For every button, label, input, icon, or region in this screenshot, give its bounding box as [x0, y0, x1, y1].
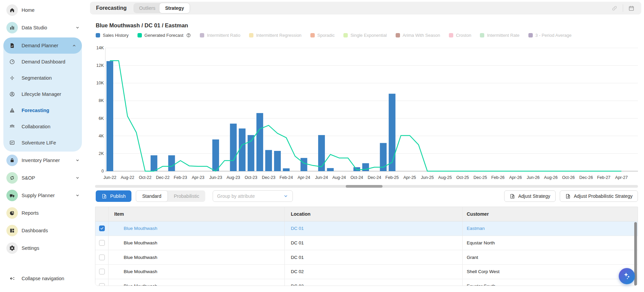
table-row[interactable]: Blue MouthwashDC 01Eastman	[95, 221, 638, 236]
bar-chart-icon	[6, 22, 18, 33]
truck-icon	[6, 190, 18, 201]
ai-assistant-fab[interactable]	[619, 268, 635, 284]
legend-item-intermittent-regression[interactable]: Intermittent Regression	[249, 33, 301, 38]
calendar-icon[interactable]	[628, 5, 635, 11]
chevron-down-icon	[75, 193, 80, 198]
svg-text:Aug-22: Aug-22	[121, 175, 134, 180]
svg-text:Oct-22: Oct-22	[139, 175, 152, 180]
table-row[interactable]: Blue MouthwashDC 01Grant	[95, 250, 638, 265]
svg-text:Jun-22: Jun-22	[103, 175, 116, 180]
row-checkbox[interactable]	[99, 240, 105, 246]
table-row[interactable]: Blue MouthwashDC 02Shell Corp West	[95, 265, 638, 279]
svg-text:0: 0	[101, 169, 104, 174]
help-circle-icon[interactable]	[186, 33, 191, 38]
mode-tab-standard[interactable]: Standard	[136, 190, 168, 202]
sidebar-item-dashboards[interactable]: Dashboards	[0, 222, 85, 239]
chart-legend: Sales HistoryGenerated ForecastIntermitt…	[96, 33, 572, 38]
svg-text:Jun-26: Jun-26	[527, 175, 540, 180]
chart-title: Blue Mouthwash / DC 01 / Eastman	[96, 22, 188, 29]
legend-item-generated-forecast[interactable]: Generated Forecast	[137, 33, 191, 38]
cell-location: DC 01	[284, 250, 462, 264]
svg-text:Feb-26: Feb-26	[491, 175, 505, 180]
collapse-navigation-button[interactable]: Collapse navigation	[0, 270, 85, 287]
svg-text:Aug-23: Aug-23	[226, 175, 240, 180]
legend-swatch	[96, 33, 100, 37]
legend-label: Generated Forecast	[145, 33, 184, 38]
table-row[interactable]: Blue MouthwashDC 03Equstar South	[95, 279, 638, 286]
row-checkbox[interactable]	[99, 283, 105, 286]
sidebar-item-label: Settings	[22, 245, 80, 251]
sparkles-icon	[622, 271, 631, 281]
cell-location: DC 01	[284, 236, 462, 250]
home-icon	[6, 4, 18, 16]
main-content: Forecasting OutliersStrategy Blue Mouthw…	[85, 0, 644, 292]
sidebar-item-settings[interactable]: Settings	[0, 239, 85, 257]
publish-button[interactable]: Publish	[96, 190, 131, 202]
column-header-item[interactable]: Item	[108, 207, 284, 221]
sidebar-item-data-studio[interactable]: Data Studio	[0, 19, 85, 36]
cell-customer: Equstar North	[462, 236, 638, 250]
sidebar-item-label: Dashboards	[22, 228, 80, 233]
chevron-down-icon	[75, 158, 80, 163]
legend-item-intermittent-rate[interactable]: Intermittent Rate	[480, 33, 519, 38]
legend-label: Single Exponential	[350, 33, 387, 38]
header-checkbox-cell	[95, 207, 108, 221]
sidebar-item-home[interactable]: Home	[0, 1, 85, 19]
column-header-customer[interactable]: Customer	[462, 207, 638, 221]
svg-text:Feb-23: Feb-23	[174, 175, 187, 180]
sidebar-item-label: Lifecycle Manager	[22, 91, 76, 97]
cell-item: Blue Mouthwash	[108, 236, 284, 250]
svg-text:8K: 8K	[99, 98, 104, 103]
svg-text:2K: 2K	[99, 151, 104, 156]
sidebar-item-forecasting[interactable]: Forecasting	[3, 102, 82, 118]
legend-item-intermittent-ratio[interactable]: Intermittent Ratio	[200, 33, 240, 38]
funnel-icon	[6, 105, 18, 116]
legend-label: Croston	[456, 33, 471, 38]
legend-item-single-exponential[interactable]: Single Exponential	[343, 33, 387, 38]
sidebar-item-reports[interactable]: Reports	[0, 204, 85, 222]
table-row[interactable]: Blue MouthwashDC 01Equstar North	[95, 236, 638, 250]
mode-tab-probabilistic[interactable]: Probabilistic	[168, 190, 205, 202]
lock-icon	[6, 155, 18, 166]
legend-item-3-period-average[interactable]: 3 - Period Average	[528, 33, 572, 38]
svg-text:Apr-26: Apr-26	[509, 175, 522, 180]
row-checkbox[interactable]	[99, 225, 105, 231]
tab-outliers[interactable]: Outliers	[133, 3, 161, 13]
cell-location: DC 02	[284, 265, 462, 279]
sidebar-item-supply-planner[interactable]: Supply Planner	[0, 187, 85, 204]
row-checkbox[interactable]	[99, 255, 105, 260]
legend-swatch	[200, 33, 204, 37]
column-header-location[interactable]: Location	[284, 207, 462, 221]
sidebar-item-collaboration[interactable]: Collaboration	[3, 118, 82, 135]
legend-item-croston[interactable]: Croston	[449, 33, 471, 38]
tab-strategy[interactable]: Strategy	[159, 3, 190, 14]
legend-item-sporadic[interactable]: Sporadic	[310, 33, 335, 38]
adjust-probabilistic-strategy-button[interactable]: Adjust Probabilistic Strategy	[560, 190, 638, 202]
cell-item: Blue Mouthwash	[108, 279, 284, 286]
adjust-doc-icon	[510, 193, 515, 199]
sidebar-item-segmentation[interactable]: Segmentation	[3, 70, 82, 86]
monitor-chart-icon	[6, 137, 18, 149]
link-icon[interactable]	[611, 5, 618, 11]
sidebar-item-demand-planner[interactable]: Demand Planner	[3, 37, 82, 54]
chart-hscrollbar-thumb[interactable]	[346, 185, 382, 188]
svg-text:10K: 10K	[96, 81, 104, 85]
legend-item-arima-with-season[interactable]: Arima With Season	[396, 33, 440, 38]
sidebar-item-inventory-planner[interactable]: Inventory Planner	[0, 152, 85, 169]
cell-customer: Eastman	[462, 221, 638, 236]
row-checkbox[interactable]	[99, 269, 105, 274]
table-body: Blue MouthwashDC 01EastmanBlue Mouthwash…	[95, 221, 638, 286]
legend-item-sales-history[interactable]: Sales History	[96, 33, 129, 38]
cell-item: Blue Mouthwash	[108, 250, 284, 264]
sidebar-item-label: S&OP	[22, 175, 71, 181]
sidebar-item-label: Supply Planner	[22, 193, 71, 198]
toolbar: Publish StandardProbabilistic Group by a…	[96, 190, 638, 202]
sidebar-item-demand-dashboard[interactable]: Demand Dashboard	[3, 54, 82, 70]
sidebar-item-lifecycle-manager[interactable]: Lifecycle Manager	[3, 86, 82, 102]
group-by-attribute-select[interactable]: Group by attribute	[213, 190, 293, 202]
svg-text:Apr-23: Apr-23	[192, 175, 205, 180]
sidebar-item-sop[interactable]: S&OP	[0, 169, 85, 187]
adjust-strategy-button[interactable]: Adjust Strategy	[504, 190, 556, 202]
sidebar-item-solventure-life[interactable]: Solventure LIFe	[3, 135, 82, 151]
pie-chart-icon	[6, 207, 18, 219]
